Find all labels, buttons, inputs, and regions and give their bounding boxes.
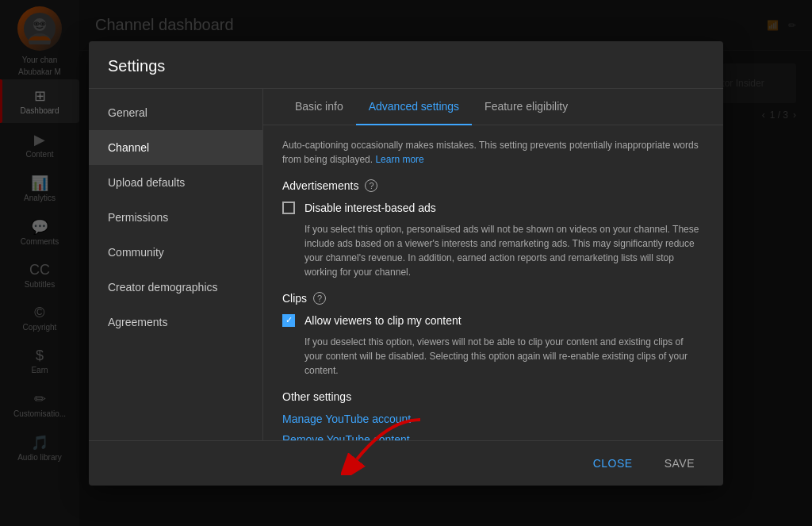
settings-tabs: Basic info Advanced settings Feature eli… xyxy=(263,89,723,125)
clips-section: Clips ? ✓ Allow viewers to clip my conte… xyxy=(282,292,704,378)
modal-body: General Channel Upload defaults Permissi… xyxy=(89,89,723,440)
settings-nav-channel[interactable]: Channel xyxy=(89,130,262,165)
tab-feature-eligibility[interactable]: Feature eligibility xyxy=(472,89,580,125)
disable-ads-row: Disable interest-based ads xyxy=(282,202,704,214)
disable-ads-checkbox[interactable] xyxy=(282,202,295,214)
remove-content-link[interactable]: Remove YouTube content xyxy=(282,433,704,440)
disable-ads-label: Disable interest-based ads xyxy=(304,202,436,214)
allow-clips-description: If you deselect this option, viewers wil… xyxy=(304,335,704,378)
autocaption-description: Auto-captioning occasionally makes mista… xyxy=(282,138,704,167)
modal-header: Settings xyxy=(89,41,723,89)
advertisements-section: Advertisements ? Disable interest-based … xyxy=(282,179,704,279)
disable-ads-description: If you select this option, personalised … xyxy=(304,222,704,279)
advertisements-title: Advertisements ? xyxy=(282,179,704,192)
manage-account-link[interactable]: Manage YouTube account xyxy=(282,413,704,425)
other-settings-title: Other settings xyxy=(282,390,704,403)
modal-footer: CLOSE SAVE xyxy=(89,440,723,486)
settings-modal: Settings General Channel Upload defaults… xyxy=(89,41,723,486)
settings-nav: General Channel Upload defaults Permissi… xyxy=(89,89,263,440)
tab-basic-info[interactable]: Basic info xyxy=(282,89,356,125)
allow-clips-checkbox[interactable]: ✓ xyxy=(282,314,295,327)
settings-nav-community[interactable]: Community xyxy=(89,235,262,270)
settings-nav-agreements[interactable]: Agreements xyxy=(89,305,262,340)
close-button[interactable]: CLOSE xyxy=(584,451,642,476)
tab-content: Auto-captioning occasionally makes mista… xyxy=(263,125,723,440)
settings-nav-creator-demographics[interactable]: Creator demographics xyxy=(89,270,262,305)
other-settings-section: Other settings Manage YouTube account Re… xyxy=(282,390,704,440)
settings-nav-general[interactable]: General xyxy=(89,95,262,130)
tab-advanced-settings[interactable]: Advanced settings xyxy=(356,89,472,125)
clips-help-icon[interactable]: ? xyxy=(313,292,326,305)
settings-content: Basic info Advanced settings Feature eli… xyxy=(263,89,723,440)
modal-title: Settings xyxy=(108,57,165,75)
settings-nav-permissions[interactable]: Permissions xyxy=(89,200,262,235)
modal-overlay: Settings General Channel Upload defaults… xyxy=(0,0,812,526)
save-button[interactable]: SAVE xyxy=(655,451,704,476)
clips-title: Clips ? xyxy=(282,292,704,305)
learn-more-link[interactable]: Learn more xyxy=(375,154,423,165)
allow-clips-row: ✓ Allow viewers to clip my content xyxy=(282,314,704,327)
allow-clips-label: Allow viewers to clip my content xyxy=(304,314,462,327)
advertisements-help-icon[interactable]: ? xyxy=(365,179,377,192)
settings-nav-upload-defaults[interactable]: Upload defaults xyxy=(89,165,262,200)
